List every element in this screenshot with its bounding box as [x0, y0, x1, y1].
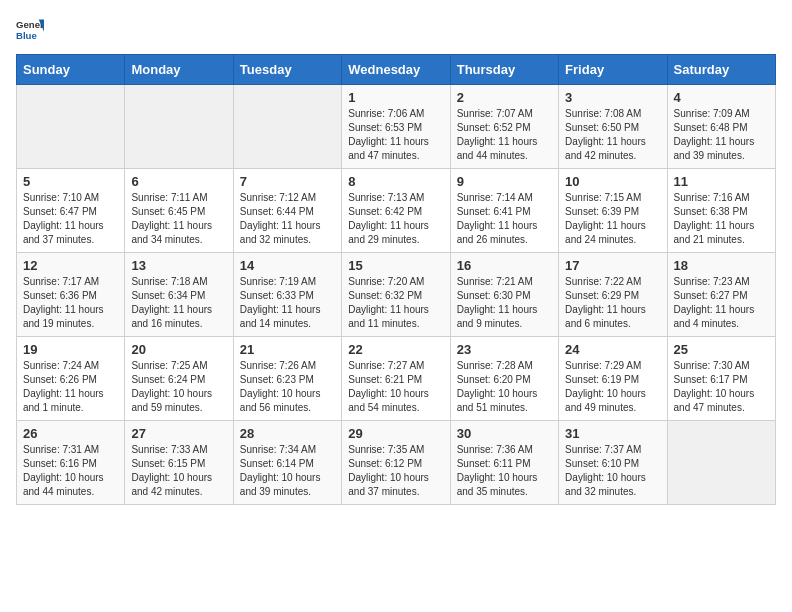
day-info: Sunrise: 7:17 AM Sunset: 6:36 PM Dayligh…: [23, 275, 118, 331]
day-number: 2: [457, 90, 552, 105]
day-number: 3: [565, 90, 660, 105]
weekday-header: Saturday: [667, 55, 775, 85]
day-info: Sunrise: 7:20 AM Sunset: 6:32 PM Dayligh…: [348, 275, 443, 331]
day-info: Sunrise: 7:25 AM Sunset: 6:24 PM Dayligh…: [131, 359, 226, 415]
day-info: Sunrise: 7:35 AM Sunset: 6:12 PM Dayligh…: [348, 443, 443, 499]
day-info: Sunrise: 7:27 AM Sunset: 6:21 PM Dayligh…: [348, 359, 443, 415]
day-info: Sunrise: 7:15 AM Sunset: 6:39 PM Dayligh…: [565, 191, 660, 247]
weekday-header: Tuesday: [233, 55, 341, 85]
calendar-cell: 23Sunrise: 7:28 AM Sunset: 6:20 PM Dayli…: [450, 337, 558, 421]
calendar-cell: 10Sunrise: 7:15 AM Sunset: 6:39 PM Dayli…: [559, 169, 667, 253]
calendar-cell: 31Sunrise: 7:37 AM Sunset: 6:10 PM Dayli…: [559, 421, 667, 505]
calendar-cell: 18Sunrise: 7:23 AM Sunset: 6:27 PM Dayli…: [667, 253, 775, 337]
day-number: 10: [565, 174, 660, 189]
day-number: 18: [674, 258, 769, 273]
calendar-cell: 28Sunrise: 7:34 AM Sunset: 6:14 PM Dayli…: [233, 421, 341, 505]
day-number: 15: [348, 258, 443, 273]
calendar-cell: 15Sunrise: 7:20 AM Sunset: 6:32 PM Dayli…: [342, 253, 450, 337]
day-number: 20: [131, 342, 226, 357]
day-info: Sunrise: 7:06 AM Sunset: 6:53 PM Dayligh…: [348, 107, 443, 163]
calendar-cell: [125, 85, 233, 169]
calendar-cell: 13Sunrise: 7:18 AM Sunset: 6:34 PM Dayli…: [125, 253, 233, 337]
day-info: Sunrise: 7:08 AM Sunset: 6:50 PM Dayligh…: [565, 107, 660, 163]
calendar-cell: [667, 421, 775, 505]
calendar-cell: 27Sunrise: 7:33 AM Sunset: 6:15 PM Dayli…: [125, 421, 233, 505]
day-info: Sunrise: 7:21 AM Sunset: 6:30 PM Dayligh…: [457, 275, 552, 331]
day-number: 7: [240, 174, 335, 189]
day-number: 8: [348, 174, 443, 189]
calendar-cell: 5Sunrise: 7:10 AM Sunset: 6:47 PM Daylig…: [17, 169, 125, 253]
day-number: 24: [565, 342, 660, 357]
day-info: Sunrise: 7:28 AM Sunset: 6:20 PM Dayligh…: [457, 359, 552, 415]
calendar-table: SundayMondayTuesdayWednesdayThursdayFrid…: [16, 54, 776, 505]
day-number: 23: [457, 342, 552, 357]
header: General Blue: [16, 16, 776, 44]
day-info: Sunrise: 7:14 AM Sunset: 6:41 PM Dayligh…: [457, 191, 552, 247]
day-number: 5: [23, 174, 118, 189]
day-number: 14: [240, 258, 335, 273]
calendar-cell: 22Sunrise: 7:27 AM Sunset: 6:21 PM Dayli…: [342, 337, 450, 421]
svg-text:Blue: Blue: [16, 30, 37, 41]
day-number: 11: [674, 174, 769, 189]
calendar-cell: 20Sunrise: 7:25 AM Sunset: 6:24 PM Dayli…: [125, 337, 233, 421]
calendar-cell: 26Sunrise: 7:31 AM Sunset: 6:16 PM Dayli…: [17, 421, 125, 505]
calendar-cell: 6Sunrise: 7:11 AM Sunset: 6:45 PM Daylig…: [125, 169, 233, 253]
day-number: 17: [565, 258, 660, 273]
day-info: Sunrise: 7:18 AM Sunset: 6:34 PM Dayligh…: [131, 275, 226, 331]
calendar-cell: 9Sunrise: 7:14 AM Sunset: 6:41 PM Daylig…: [450, 169, 558, 253]
day-number: 9: [457, 174, 552, 189]
day-info: Sunrise: 7:36 AM Sunset: 6:11 PM Dayligh…: [457, 443, 552, 499]
day-info: Sunrise: 7:29 AM Sunset: 6:19 PM Dayligh…: [565, 359, 660, 415]
weekday-header: Monday: [125, 55, 233, 85]
day-number: 4: [674, 90, 769, 105]
day-number: 21: [240, 342, 335, 357]
day-info: Sunrise: 7:11 AM Sunset: 6:45 PM Dayligh…: [131, 191, 226, 247]
calendar-cell: 24Sunrise: 7:29 AM Sunset: 6:19 PM Dayli…: [559, 337, 667, 421]
calendar-cell: 16Sunrise: 7:21 AM Sunset: 6:30 PM Dayli…: [450, 253, 558, 337]
calendar-cell: [233, 85, 341, 169]
weekday-header: Sunday: [17, 55, 125, 85]
logo-icon: General Blue: [16, 16, 44, 44]
weekday-header: Friday: [559, 55, 667, 85]
calendar-week-row: 12Sunrise: 7:17 AM Sunset: 6:36 PM Dayli…: [17, 253, 776, 337]
day-info: Sunrise: 7:24 AM Sunset: 6:26 PM Dayligh…: [23, 359, 118, 415]
day-number: 22: [348, 342, 443, 357]
day-number: 1: [348, 90, 443, 105]
logo: General Blue: [16, 16, 44, 44]
day-number: 16: [457, 258, 552, 273]
day-info: Sunrise: 7:12 AM Sunset: 6:44 PM Dayligh…: [240, 191, 335, 247]
calendar-cell: [17, 85, 125, 169]
day-number: 27: [131, 426, 226, 441]
day-number: 12: [23, 258, 118, 273]
calendar-cell: 25Sunrise: 7:30 AM Sunset: 6:17 PM Dayli…: [667, 337, 775, 421]
day-number: 30: [457, 426, 552, 441]
calendar-cell: 11Sunrise: 7:16 AM Sunset: 6:38 PM Dayli…: [667, 169, 775, 253]
day-info: Sunrise: 7:30 AM Sunset: 6:17 PM Dayligh…: [674, 359, 769, 415]
day-info: Sunrise: 7:09 AM Sunset: 6:48 PM Dayligh…: [674, 107, 769, 163]
calendar-cell: 3Sunrise: 7:08 AM Sunset: 6:50 PM Daylig…: [559, 85, 667, 169]
day-number: 26: [23, 426, 118, 441]
calendar-week-row: 1Sunrise: 7:06 AM Sunset: 6:53 PM Daylig…: [17, 85, 776, 169]
day-info: Sunrise: 7:33 AM Sunset: 6:15 PM Dayligh…: [131, 443, 226, 499]
calendar-cell: 30Sunrise: 7:36 AM Sunset: 6:11 PM Dayli…: [450, 421, 558, 505]
day-info: Sunrise: 7:26 AM Sunset: 6:23 PM Dayligh…: [240, 359, 335, 415]
day-info: Sunrise: 7:34 AM Sunset: 6:14 PM Dayligh…: [240, 443, 335, 499]
day-info: Sunrise: 7:10 AM Sunset: 6:47 PM Dayligh…: [23, 191, 118, 247]
calendar-cell: 12Sunrise: 7:17 AM Sunset: 6:36 PM Dayli…: [17, 253, 125, 337]
calendar-cell: 14Sunrise: 7:19 AM Sunset: 6:33 PM Dayli…: [233, 253, 341, 337]
day-info: Sunrise: 7:07 AM Sunset: 6:52 PM Dayligh…: [457, 107, 552, 163]
calendar-cell: 8Sunrise: 7:13 AM Sunset: 6:42 PM Daylig…: [342, 169, 450, 253]
day-info: Sunrise: 7:13 AM Sunset: 6:42 PM Dayligh…: [348, 191, 443, 247]
day-info: Sunrise: 7:37 AM Sunset: 6:10 PM Dayligh…: [565, 443, 660, 499]
calendar-cell: 7Sunrise: 7:12 AM Sunset: 6:44 PM Daylig…: [233, 169, 341, 253]
day-info: Sunrise: 7:22 AM Sunset: 6:29 PM Dayligh…: [565, 275, 660, 331]
weekday-header: Thursday: [450, 55, 558, 85]
calendar-cell: 29Sunrise: 7:35 AM Sunset: 6:12 PM Dayli…: [342, 421, 450, 505]
day-info: Sunrise: 7:19 AM Sunset: 6:33 PM Dayligh…: [240, 275, 335, 331]
day-info: Sunrise: 7:31 AM Sunset: 6:16 PM Dayligh…: [23, 443, 118, 499]
weekday-header: Wednesday: [342, 55, 450, 85]
day-number: 19: [23, 342, 118, 357]
calendar-cell: 4Sunrise: 7:09 AM Sunset: 6:48 PM Daylig…: [667, 85, 775, 169]
calendar-week-row: 5Sunrise: 7:10 AM Sunset: 6:47 PM Daylig…: [17, 169, 776, 253]
day-number: 13: [131, 258, 226, 273]
